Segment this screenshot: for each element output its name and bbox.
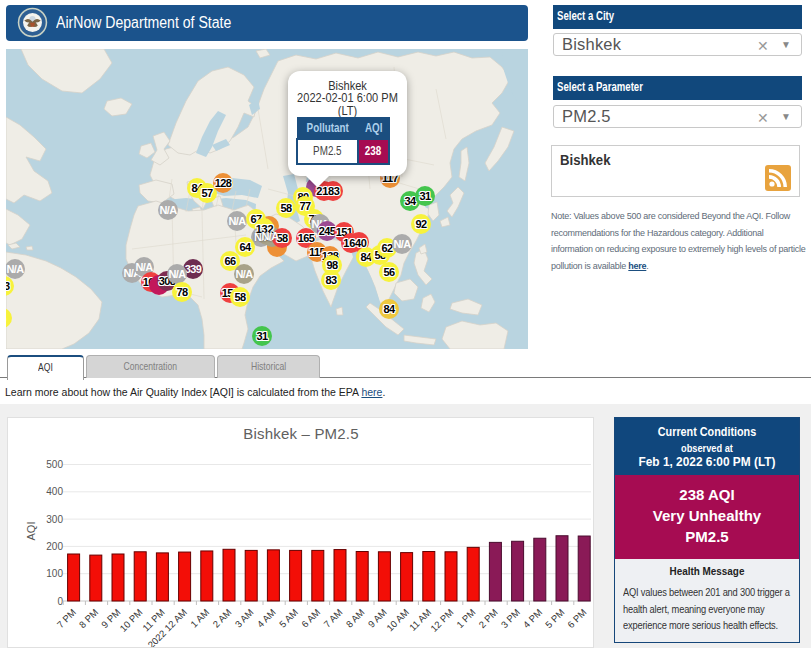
svg-text:200: 200 bbox=[46, 541, 63, 552]
svg-text:1 AM: 1 AM bbox=[188, 607, 211, 630]
svg-text:7 AM: 7 AM bbox=[321, 607, 344, 630]
svg-text:4 AM: 4 AM bbox=[255, 607, 278, 630]
svg-text:400: 400 bbox=[46, 486, 63, 497]
svg-text:11 AM: 11 AM bbox=[407, 607, 433, 633]
svg-text:3 AM: 3 AM bbox=[233, 607, 256, 630]
svg-text:4 PM: 4 PM bbox=[521, 607, 545, 631]
svg-text:6 AM: 6 AM bbox=[299, 607, 322, 630]
svg-text:Bishkek – PM2.5: Bishkek – PM2.5 bbox=[243, 425, 359, 442]
svg-text:6 PM: 6 PM bbox=[565, 607, 589, 631]
svg-text:300: 300 bbox=[46, 514, 63, 525]
svg-text:2 PM: 2 PM bbox=[476, 607, 500, 631]
svg-text:8 AM: 8 AM bbox=[344, 607, 367, 630]
svg-text:500: 500 bbox=[46, 459, 63, 470]
svg-text:10 PM: 10 PM bbox=[117, 607, 144, 634]
svg-text:8 PM: 8 PM bbox=[77, 607, 101, 631]
svg-text:10 AM: 10 AM bbox=[384, 607, 411, 634]
svg-text:AQI: AQI bbox=[25, 522, 37, 541]
svg-text:3 PM: 3 PM bbox=[499, 607, 523, 631]
svg-text:5 AM: 5 AM bbox=[277, 607, 300, 630]
svg-text:1 PM: 1 PM bbox=[454, 607, 478, 631]
svg-text:12 PM: 12 PM bbox=[428, 607, 455, 634]
svg-text:7 PM: 7 PM bbox=[55, 607, 79, 631]
svg-text:5 PM: 5 PM bbox=[543, 607, 567, 631]
svg-text:100: 100 bbox=[46, 568, 63, 579]
svg-text:0: 0 bbox=[57, 596, 63, 607]
svg-text:2 AM: 2 AM bbox=[210, 607, 233, 630]
